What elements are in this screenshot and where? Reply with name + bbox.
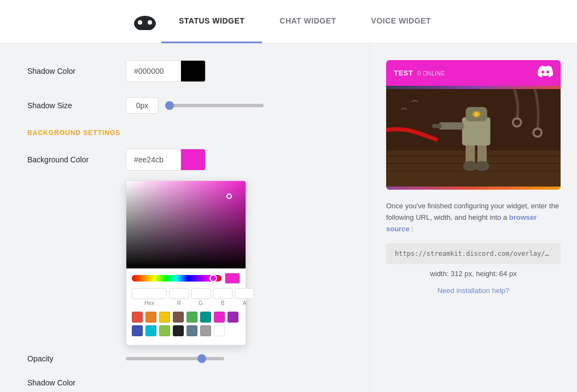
preset-black[interactable] <box>173 325 184 336</box>
hex-input[interactable]: EE24CB <box>132 288 167 299</box>
preset-magenta[interactable] <box>214 312 225 323</box>
preset-lightgreen[interactable] <box>159 325 170 336</box>
background-color-swatch[interactable] <box>181 149 205 171</box>
svg-rect-17 <box>432 124 441 128</box>
tab-status-widget[interactable]: STATUS WIDGET <box>161 0 262 43</box>
a-field: 100 A <box>235 288 254 306</box>
top-navigation: STATUS WIDGET CHAT WIDGET VOICE WIDGET <box>0 0 577 44</box>
preset-colors <box>126 306 246 336</box>
left-panel: Shadow Color #000000 Shadow Size 0px BAC… <box>0 44 369 392</box>
a-label: A <box>243 300 247 306</box>
shadow-color-input-group: #000000 <box>126 60 206 82</box>
main-content: Shadow Color #000000 Shadow Size 0px BAC… <box>0 44 577 392</box>
svg-point-15 <box>474 112 479 116</box>
opacity-label: Opacity <box>27 354 115 363</box>
shadow-color-hex: #000000 <box>126 61 181 81</box>
background-settings-heading: BACKGROUND SETTINGS <box>27 129 342 137</box>
dimensions-text: width: 312 px, height: 64 px <box>386 270 561 278</box>
preset-cyan[interactable] <box>145 325 156 336</box>
shadow-color-swatch[interactable] <box>181 60 205 82</box>
svg-rect-12 <box>462 117 491 145</box>
preset-brown[interactable] <box>173 312 184 323</box>
preset-red[interactable] <box>132 312 143 323</box>
preset-teal[interactable] <box>200 312 211 323</box>
r-field: 238 R <box>169 288 189 306</box>
background-color-hex: #ee24cb <box>126 149 181 170</box>
g-label: G <box>199 300 203 306</box>
svg-point-2 <box>148 20 152 25</box>
help-link[interactable]: Need installation help? <box>386 286 561 295</box>
b-input[interactable]: 203 <box>213 288 232 299</box>
preset-indigo[interactable] <box>132 325 143 336</box>
a-input[interactable]: 100 <box>235 288 254 299</box>
g-field: 36 G <box>191 288 211 306</box>
hue-thumb <box>209 274 217 282</box>
hue-bar-row <box>126 268 246 284</box>
b-field: 203 B <box>213 288 232 306</box>
background-color-row: Background Color #ee24cb <box>27 149 342 171</box>
preview-online: 0 ONLINE <box>417 70 445 77</box>
shadow-size-label: Shadow Size <box>27 101 115 110</box>
preview-title: TEST <box>394 69 413 77</box>
shadow-size-row: Shadow Size 0px <box>27 97 342 114</box>
g-input[interactable]: 36 <box>191 288 211 299</box>
widget-preview-header: TEST 0 ONLINE <box>386 60 561 86</box>
picker-inputs: EE24CB Hex 238 R 36 G 203 B 100 A <box>126 284 246 306</box>
svg-rect-16 <box>439 122 464 130</box>
tab-chat-widget[interactable]: CHAT WIDGET <box>262 0 353 43</box>
preset-orange[interactable] <box>145 312 156 323</box>
hue-slider[interactable] <box>132 275 222 282</box>
preset-yellow[interactable] <box>159 312 170 323</box>
preset-green[interactable] <box>186 312 197 323</box>
tab-bar: STATUS WIDGET CHAT WIDGET VOICE WIDGET <box>161 0 448 43</box>
shadow-color-row-2: Shadow Color <box>27 378 342 387</box>
discord-icon <box>538 66 553 80</box>
preset-grey[interactable] <box>200 325 211 336</box>
widget-game-image <box>386 86 561 190</box>
picker-cursor <box>226 194 232 199</box>
opacity-row: Opacity <box>27 354 342 363</box>
background-color-label: Background Color <box>27 155 115 164</box>
svg-point-1 <box>138 20 142 25</box>
background-color-input-group: #ee24cb <box>126 149 206 171</box>
shadow-size-slider-group: 0px <box>126 97 264 114</box>
preset-purple[interactable] <box>228 312 238 323</box>
alpha-swatch <box>225 273 240 284</box>
shadow-color-label-2: Shadow Color <box>27 378 115 387</box>
right-panel: TEST 0 ONLINE <box>369 44 577 392</box>
opacity-slider-group <box>126 357 224 360</box>
r-label: R <box>177 300 180 306</box>
preset-row-1 <box>132 312 240 323</box>
shadow-size-px: 0px <box>126 97 159 114</box>
widget-preview: TEST 0 ONLINE <box>386 60 561 190</box>
preset-row-2 <box>132 325 240 336</box>
color-picker-popup: EE24CB Hex 238 R 36 G 203 B 100 A <box>126 180 246 346</box>
preview-title-row: TEST 0 ONLINE <box>394 69 445 77</box>
shadow-color-row: Shadow Color #000000 <box>27 60 342 82</box>
svg-point-0 <box>134 16 156 30</box>
opacity-slider[interactable] <box>126 357 224 360</box>
svg-point-11 <box>475 161 489 171</box>
preset-bluegrey[interactable] <box>186 325 197 336</box>
logo <box>129 11 161 33</box>
b-label: B <box>221 300 225 306</box>
preset-white[interactable] <box>214 325 225 336</box>
shadow-size-slider[interactable] <box>165 104 264 107</box>
url-box: https://streamkit.discord.com/overlay/st… <box>386 243 561 264</box>
shadow-color-label: Shadow Color <box>27 67 115 75</box>
tab-voice-widget[interactable]: VOICE WIDGET <box>354 0 448 43</box>
instruction-text: Once you've finished configuring your wi… <box>386 201 561 235</box>
r-input[interactable]: 238 <box>169 288 189 299</box>
hex-label: Hex <box>144 300 154 306</box>
hex-field: EE24CB Hex <box>132 288 167 306</box>
picker-gradient-canvas[interactable] <box>126 181 246 268</box>
